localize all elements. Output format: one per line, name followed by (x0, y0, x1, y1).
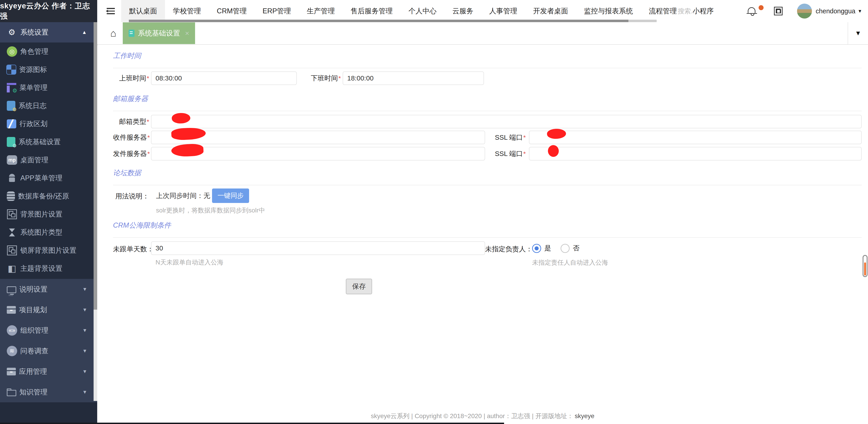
top-nav-tab[interactable]: 个人中心 (401, 0, 444, 22)
sidebar-group[interactable]: ≋ 问卷调查 ▼ (0, 341, 97, 361)
top-nav-tab[interactable]: 人事管理 (481, 0, 525, 22)
sidebar-scrollbar[interactable] (94, 22, 97, 401)
start-time-input[interactable] (151, 71, 297, 85)
save-button[interactable]: 保存 (346, 279, 372, 294)
system-base-icon (129, 30, 134, 37)
page-tab-bar: ⌂ 系统基础设置 × ▼ (97, 22, 868, 45)
sidebar-item-label: 数据库备份/还原 (18, 191, 69, 201)
sidebar-item-label: 锁屏背景图片设置 (20, 246, 76, 255)
top-nav-tab[interactable]: 学校管理 (165, 0, 209, 22)
top-nav-tab-label: 流程管理 (649, 6, 677, 16)
tab-list-dropdown-button[interactable]: ▼ (848, 22, 868, 44)
sidebar-item[interactable]: APP菜单管理 (0, 169, 97, 187)
sidebar-item-label: 背景图片设置 (20, 210, 62, 219)
section-divider (113, 237, 862, 238)
top-nav-tab-label: ERP管理 (263, 6, 291, 16)
sidebar-item-label: 系统图片类型 (20, 228, 62, 237)
menu-manage-icon (7, 83, 16, 92)
sidebar-item[interactable]: 菜单管理 (0, 79, 97, 97)
owner-label: 未指定负责人： (485, 245, 526, 254)
mail-type-label: 邮箱类型* (113, 117, 149, 126)
usage-label: 用法说明： (113, 192, 149, 201)
sidebar-toggle-button[interactable] (97, 0, 121, 22)
sidebar-item[interactable]: 资源图标 (0, 61, 97, 79)
send-server-label: 发件服务器* (113, 149, 149, 158)
end-time-input[interactable] (343, 71, 484, 85)
notification-dot (758, 5, 764, 10)
user-menu-caret-icon[interactable]: ▼ (858, 8, 862, 14)
username[interactable]: chendonggua (815, 7, 855, 15)
sidebar-item[interactable]: 背景图片设置 (0, 205, 97, 223)
footer-link[interactable]: skyeye (575, 413, 594, 420)
section-divider (113, 68, 862, 68)
close-icon[interactable]: × (185, 29, 189, 37)
end-time-label: 下班时间* (297, 74, 341, 83)
scroll-progress-pill[interactable] (863, 255, 868, 277)
sidebar-group[interactable]: «» 组织管理 ▼ (0, 320, 97, 341)
sidebar-item[interactable]: 数据库备份/还原 (0, 187, 97, 205)
top-nav-tab[interactable]: 开发者桌面 (525, 0, 576, 22)
top-nav-tab[interactable]: 云服务 (444, 0, 481, 22)
top-nav: 默认桌面 学校管理 CRM管理 ERP管理 生产管理 售后服务管理 个人中心 (97, 0, 868, 22)
sidebar-item[interactable]: 锁屏背景图片设置 (0, 241, 97, 260)
chevron-down-icon: ▼ (82, 286, 87, 292)
top-nav-tab-label: 人事管理 (489, 6, 517, 16)
top-nav-tab[interactable]: ERP管理 (255, 0, 299, 22)
top-nav-tab[interactable]: 生产管理 (299, 0, 343, 22)
user-avatar[interactable] (797, 4, 812, 19)
sidebar-item[interactable]: 行政区划 (0, 115, 97, 133)
chevron-up-icon: ▲ (82, 29, 87, 35)
chevron-down-icon: ▼ (855, 30, 861, 37)
radio-no[interactable] (561, 244, 569, 253)
no-follow-days-input[interactable] (151, 241, 485, 255)
recv-ssl-port-input[interactable] (529, 131, 862, 144)
sidebar-group[interactable]: 应用管理 ▼ (0, 361, 97, 382)
sidebar-section-system-settings[interactable]: ⚙ 系统设置 ▲ (0, 22, 97, 42)
sidebar-group-label: 应用管理 (19, 367, 82, 376)
top-nav-tab-label: 售后服务管理 (350, 6, 393, 16)
knowledge-folder-icon (7, 390, 16, 396)
recv-server-label: 收件服务器* (113, 133, 149, 142)
nav-horizontal-scrollbar[interactable] (129, 20, 657, 22)
sidebar-group[interactable]: 项目规划 ▼ (0, 300, 97, 320)
sidebar-item[interactable]: 系统图片类型 (0, 223, 97, 241)
top-nav-tab[interactable]: 监控与报表系统 (576, 0, 641, 22)
search-input[interactable] (678, 7, 734, 15)
top-nav-tab[interactable]: 售后服务管理 (343, 0, 401, 22)
mail-type-input[interactable] (151, 115, 862, 128)
send-ssl-port-input[interactable] (529, 147, 862, 160)
main-content: 工作时间 上班时间* 下班时间* 邮箱服务器 邮箱类型* 收件服务器* SSL … (97, 45, 868, 424)
top-nav-tab[interactable]: 默认桌面 (121, 0, 165, 22)
top-nav-tab[interactable]: CRM管理 (209, 0, 255, 22)
top-nav-tab-label: 学校管理 (173, 6, 201, 16)
page-tab-label: 系统基础设置 (138, 28, 180, 38)
page-tab-active[interactable]: 系统基础设置 × (123, 22, 195, 44)
sidebar-toggle-icon (107, 8, 115, 14)
radio-yes-label: 是 (544, 244, 551, 253)
notifications-bell-icon[interactable] (748, 7, 755, 13)
lock-screen-icon[interactable] (774, 7, 782, 16)
sidebar-item[interactable]: mp 桌面管理 (0, 151, 97, 169)
ssl-port-label: SSL 端口* (485, 149, 526, 158)
sidebar-scrollbar-thumb[interactable] (94, 22, 97, 310)
sidebar-group[interactable]: 知识管理 ▼ (0, 382, 97, 402)
radio-no-label: 否 (573, 244, 580, 253)
section-title-work-time: 工作时间 (113, 45, 862, 61)
chevron-down-icon: ▼ (82, 348, 87, 354)
top-nav-tab-label: 监控与报表系统 (584, 6, 633, 16)
sidebar-item[interactable]: 系统日志 (0, 97, 97, 115)
sync-button[interactable]: 一键同步 (212, 188, 249, 203)
sidebar-item[interactable]: ◧ 主题背景设置 (0, 260, 97, 277)
app-menu-icon (7, 173, 17, 183)
nav-scrollbar-thumb[interactable] (129, 20, 628, 22)
sidebar-group[interactable]: 说明设置 ▼ (0, 279, 97, 300)
bottom-edge-strip (0, 423, 504, 424)
home-icon[interactable]: ⌂ (110, 28, 116, 39)
sidebar-group-label: 知识管理 (20, 387, 82, 397)
ssl-port-label: SSL 端口* (485, 133, 526, 142)
survey-icon: ≋ (7, 346, 17, 356)
sidebar-item[interactable]: 系统基础设置 (0, 133, 97, 151)
radio-yes[interactable] (532, 244, 541, 253)
top-nav-tab-label: 个人中心 (408, 6, 436, 16)
sidebar-item[interactable]: ◎ 角色管理 (0, 42, 97, 61)
